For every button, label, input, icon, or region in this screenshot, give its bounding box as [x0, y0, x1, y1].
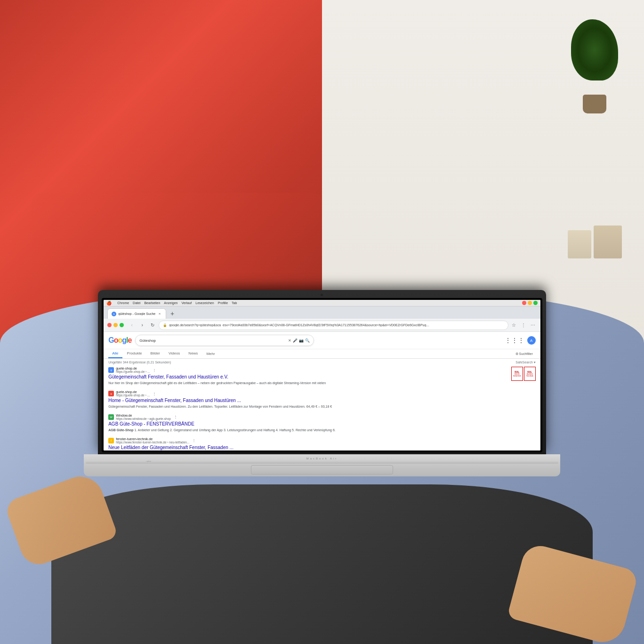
- window-maximize-btn[interactable]: [533, 301, 538, 305]
- search-lens-icon[interactable]: 📷: [299, 338, 304, 343]
- tab-favicon-icon: G: [112, 312, 116, 316]
- safe-search-text: SafeSearch: [515, 361, 533, 364]
- apple-logo-icon: 🍎: [106, 301, 112, 306]
- result-1-favicon-letter: g: [111, 369, 112, 371]
- result-4-favicon-letter: f: [111, 439, 112, 442]
- chrome-tab-active[interactable]: G güléshop - Google Suche ×: [107, 308, 166, 319]
- plant-decoration: [571, 19, 618, 113]
- chrome-menu-verlauf[interactable]: Verlauf: [182, 301, 192, 305]
- search-results-area: Ungefähr 344 Ergebnisse (0,21 Sekunden) …: [104, 359, 540, 451]
- tl-green[interactable]: [120, 323, 124, 327]
- tab-favicon-letter: G: [113, 313, 115, 315]
- tab-mehr[interactable]: Mehr: [202, 350, 218, 358]
- result-3-more-btn[interactable]: ⋮: [174, 415, 177, 419]
- result-4-site-info: fenster-tueren-technik.de https://www.fe…: [116, 437, 189, 444]
- nav-reload-btn[interactable]: ↻: [148, 321, 157, 330]
- trackpad[interactable]: [251, 465, 393, 475]
- option-label: option: [146, 460, 151, 462]
- tl-red[interactable]: [107, 323, 112, 327]
- result-3-favicon-letter: W: [110, 416, 113, 419]
- lock-icon: 🔒: [163, 323, 167, 327]
- result-2-title[interactable]: Home - Gütegemeinschaft Fenster, Fassade…: [108, 397, 536, 403]
- chrome-os-bar: 🍎 Chrome Datei Bearbeiten Anzeigen Verla…: [104, 300, 540, 306]
- result-item-2: g guele-shop.de https://guele-shop.de › …: [108, 390, 536, 409]
- google-logo: Google: [108, 336, 131, 345]
- laptop-screen: 🍎 Chrome Datei Bearbeiten Anzeigen Verla…: [104, 300, 540, 451]
- results-header-row: Ungefähr 344 Ergebnisse (0,21 Sekunden) …: [108, 361, 536, 367]
- chrome-menu-bearbeiten[interactable]: Bearbeiten: [144, 301, 160, 305]
- search-submit-icon[interactable]: 🔍: [305, 338, 310, 343]
- search-mic-icon[interactable]: 🎤: [293, 338, 298, 343]
- camera-dot: [321, 294, 323, 296]
- google-apps-btn[interactable]: ⋮⋮⋮: [505, 337, 524, 344]
- keyboard-area: option: [86, 461, 558, 464]
- result-3-url: https://www.window.de › agb-guete-shop: [116, 417, 171, 420]
- tab-videos[interactable]: Videos: [165, 349, 184, 358]
- tab-title: güléshop - Google Suche: [118, 312, 155, 315]
- nav-forward-btn[interactable]: ›: [138, 321, 146, 330]
- ral-badge-2: RAL WURDSTECHNIK: [524, 367, 536, 381]
- chrome-tools: ☆ ⋮ ⋯: [510, 322, 537, 329]
- result-1-snippet: Nur hier im Shop der Gütegemeinschaft gi…: [108, 381, 536, 386]
- tab-produkte[interactable]: Produkte: [123, 349, 146, 358]
- result-item-1: g guete-shop.de https://guete-shop.de › …: [108, 367, 536, 386]
- book-1: [594, 225, 622, 258]
- ral-badges: RAL FESTEFENSTER RAL WURDSTECHNIK: [511, 367, 536, 381]
- result-3-title[interactable]: AGB Güte-Shop - FENSTERVERBÄNDE: [108, 421, 536, 427]
- result-2-site: guele-shop.de: [116, 390, 150, 394]
- suchfilter-label: Suchfilter: [519, 352, 533, 355]
- chrome-menu-lesezeichen[interactable]: Lesezeichen: [195, 301, 214, 305]
- results-count: Ungefähr 344 Ergebnisse (0,21 Sekunden): [108, 361, 171, 364]
- window-close-btn[interactable]: [522, 301, 526, 305]
- result-1-more-btn[interactable]: ⋮: [153, 368, 156, 372]
- nav-back-btn[interactable]: ‹: [128, 321, 136, 330]
- chrome-menu-tab[interactable]: Tab: [232, 301, 237, 305]
- bookmark-btn[interactable]: ☆: [510, 322, 518, 329]
- google-header: Google Güteshop ✕ 🎤 📷 🔍: [104, 332, 540, 349]
- chrome-menu-btn[interactable]: ⋯: [529, 322, 537, 329]
- more-tools-btn[interactable]: ⋮: [520, 322, 527, 329]
- laptop-lid: 🍎 Chrome Datei Bearbeiten Anzeigen Verla…: [98, 290, 546, 454]
- safe-search-label[interactable]: SafeSearch ▾: [515, 361, 536, 364]
- search-clear-icon[interactable]: ✕: [288, 338, 291, 343]
- result-2-favicon-letter: g: [111, 392, 112, 395]
- result-1-site-info: guete-shop.de https://guete-shop.de › ..…: [116, 367, 150, 373]
- logo-g2: g: [122, 336, 126, 344]
- result-1-title[interactable]: Gütegemeinschaft Fenster, Fassaden und H…: [108, 374, 536, 380]
- result-1-url-line: g guete-shop.de https://guete-shop.de › …: [108, 367, 536, 373]
- chrome-menu-chrome[interactable]: Chrome: [117, 301, 129, 305]
- laptop: 🍎 Chrome Datei Bearbeiten Anzeigen Verla…: [84, 290, 560, 476]
- logo-e: e: [128, 336, 131, 344]
- chrome-menu-profille[interactable]: Profille: [218, 301, 228, 305]
- result-4-more-btn[interactable]: ⋮: [192, 438, 196, 443]
- google-search-box[interactable]: Güteshop ✕ 🎤 📷 🔍: [135, 335, 314, 346]
- result-4-site: fenster-tueren-technik.de: [116, 437, 189, 441]
- chrome-menu-datei[interactable]: Datei: [133, 301, 140, 305]
- search-tabs: Alle Produkte Bilder Videos News Mehr ⚙ …: [104, 349, 540, 359]
- result-2-more-btn[interactable]: ⋮: [153, 392, 156, 396]
- tl-yellow[interactable]: [113, 323, 118, 327]
- laptop-base: MacBook Air: [84, 454, 560, 476]
- tab-bilder[interactable]: Bilder: [147, 349, 164, 358]
- tab-news[interactable]: News: [185, 349, 201, 358]
- result-4-url: https://www.fenster-tueren-technik.de › …: [116, 441, 189, 444]
- search-query-text: Güteshop: [139, 338, 286, 343]
- new-tab-button[interactable]: +: [167, 308, 177, 319]
- google-account-btn[interactable]: A: [527, 336, 536, 345]
- tab-alle[interactable]: Alle: [108, 349, 122, 358]
- result-1-site: guete-shop.de: [116, 367, 150, 370]
- result-item-3: W Window.de https://www.window.de › agb-…: [108, 414, 536, 433]
- tab-close-btn[interactable]: ×: [157, 312, 162, 316]
- screen-bezel: 🍎 Chrome Datei Bearbeiten Anzeigen Verla…: [102, 298, 542, 452]
- address-input[interactable]: 🔒 google.de/search?q=güteshop&sca_esv=79…: [159, 321, 508, 330]
- chrome-menu-anzeigen[interactable]: Anzeigen: [164, 301, 177, 305]
- suchfilter-btn[interactable]: ⚙ Suchfilter: [513, 351, 536, 357]
- google-header-right: ⋮⋮⋮ A: [505, 336, 536, 345]
- address-text: google.de/search?q=güteshop&sca_esv=79ce…: [169, 323, 504, 327]
- window-minimize-btn[interactable]: [528, 301, 532, 305]
- result-3-url-line: W Window.de https://www.window.de › agb-…: [108, 414, 536, 420]
- traffic-lights: [107, 323, 124, 327]
- result-3-snippet: AGB Güte-Shop 1. Anbieter und Geltung 2.…: [108, 428, 536, 433]
- result-2-url: https://guele-shop.de › ...: [116, 394, 150, 397]
- result-4-title[interactable]: Neue Leitfäden der Gütegemeinschaft Fens…: [108, 444, 536, 451]
